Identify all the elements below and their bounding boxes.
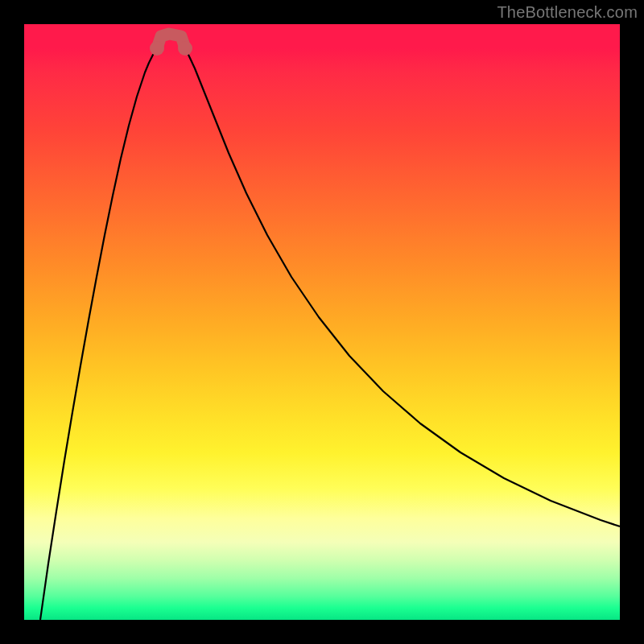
watermark-text: TheBottleneck.com [497,3,638,22]
chart-frame: TheBottleneck.com [0,0,644,644]
right-curve [185,48,620,526]
trough-left-endpoint [150,41,164,56]
left-curve [40,48,157,620]
trough-right-endpoint [178,41,192,56]
plot-area [24,24,620,620]
curve-layer [24,24,620,620]
